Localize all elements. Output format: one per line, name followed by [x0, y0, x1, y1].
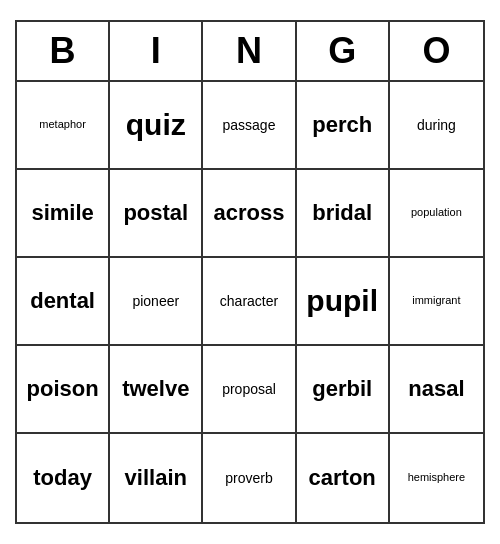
- cell-text-23: carton: [309, 465, 376, 491]
- bingo-cell-13: pupil: [297, 258, 390, 346]
- bingo-cell-11: pioneer: [110, 258, 203, 346]
- bingo-cell-5: simile: [17, 170, 110, 258]
- bingo-cell-0: metaphor: [17, 82, 110, 170]
- header-letter-n: N: [203, 22, 296, 80]
- bingo-grid: metaphorquizpassageperchduringsimilepost…: [17, 82, 483, 522]
- bingo-cell-20: today: [17, 434, 110, 522]
- bingo-cell-1: quiz: [110, 82, 203, 170]
- cell-text-11: pioneer: [132, 293, 179, 310]
- cell-text-24: hemisphere: [408, 471, 465, 484]
- cell-text-7: across: [214, 200, 285, 226]
- cell-text-18: gerbil: [312, 376, 372, 402]
- bingo-cell-15: poison: [17, 346, 110, 434]
- bingo-cell-7: across: [203, 170, 296, 258]
- cell-text-5: simile: [31, 200, 93, 226]
- cell-text-6: postal: [123, 200, 188, 226]
- cell-text-15: poison: [27, 376, 99, 402]
- bingo-cell-17: proposal: [203, 346, 296, 434]
- bingo-cell-18: gerbil: [297, 346, 390, 434]
- cell-text-14: immigrant: [412, 294, 460, 307]
- cell-text-13: pupil: [306, 283, 378, 319]
- cell-text-19: nasal: [408, 376, 464, 402]
- header-letter-b: B: [17, 22, 110, 80]
- bingo-cell-3: perch: [297, 82, 390, 170]
- bingo-cell-21: villain: [110, 434, 203, 522]
- bingo-cell-24: hemisphere: [390, 434, 483, 522]
- bingo-header: BINGO: [17, 22, 483, 82]
- bingo-cell-16: twelve: [110, 346, 203, 434]
- bingo-cell-8: bridal: [297, 170, 390, 258]
- cell-text-16: twelve: [122, 376, 189, 402]
- cell-text-22: proverb: [225, 470, 272, 487]
- cell-text-4: during: [417, 117, 456, 134]
- bingo-cell-6: postal: [110, 170, 203, 258]
- cell-text-3: perch: [312, 112, 372, 138]
- cell-text-10: dental: [30, 288, 95, 314]
- cell-text-17: proposal: [222, 381, 276, 398]
- cell-text-9: population: [411, 206, 462, 219]
- bingo-cell-23: carton: [297, 434, 390, 522]
- cell-text-20: today: [33, 465, 92, 491]
- header-letter-i: I: [110, 22, 203, 80]
- cell-text-1: quiz: [126, 107, 186, 143]
- header-letter-o: O: [390, 22, 483, 80]
- cell-text-0: metaphor: [39, 118, 85, 131]
- cell-text-21: villain: [125, 465, 187, 491]
- bingo-cell-19: nasal: [390, 346, 483, 434]
- bingo-cell-4: during: [390, 82, 483, 170]
- bingo-cell-22: proverb: [203, 434, 296, 522]
- cell-text-8: bridal: [312, 200, 372, 226]
- bingo-cell-10: dental: [17, 258, 110, 346]
- bingo-card: BINGO metaphorquizpassageperchduringsimi…: [15, 20, 485, 524]
- cell-text-2: passage: [223, 117, 276, 134]
- bingo-cell-9: population: [390, 170, 483, 258]
- bingo-cell-12: character: [203, 258, 296, 346]
- header-letter-g: G: [297, 22, 390, 80]
- bingo-cell-14: immigrant: [390, 258, 483, 346]
- cell-text-12: character: [220, 293, 278, 310]
- bingo-cell-2: passage: [203, 82, 296, 170]
